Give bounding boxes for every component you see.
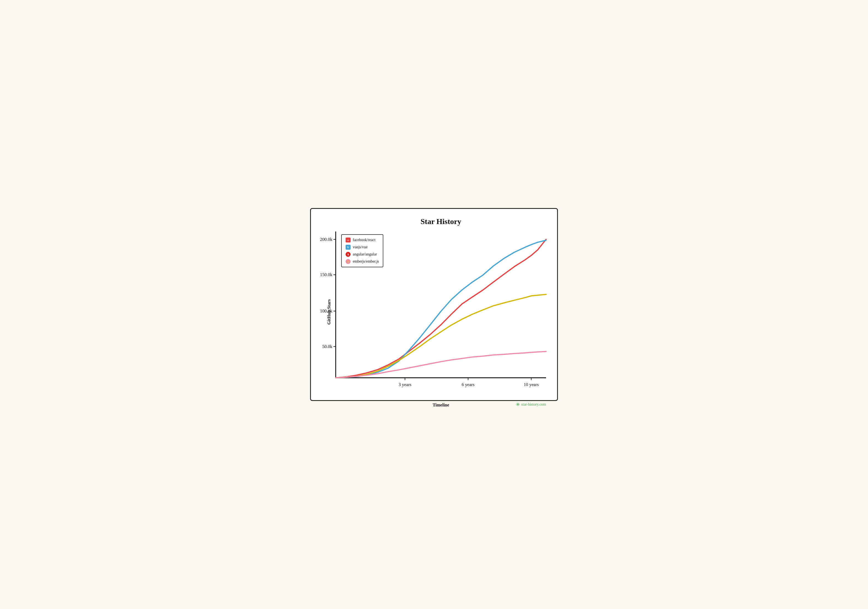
svg-text:10 years: 10 years [524, 382, 539, 387]
legend-color-ember: 🐹 [346, 259, 350, 264]
legend-color-angular: A [346, 252, 350, 257]
watermark: ✳ star-history.com [516, 401, 546, 407]
x-axis-label: Timeline [432, 402, 449, 407]
svg-text:50.0k: 50.0k [322, 343, 332, 349]
legend-item-vue: V vuejs/vue [346, 245, 379, 250]
svg-text:6 years: 6 years [462, 382, 475, 387]
chart-container: Star History GitHub Stars ∞ facebook/rea… [310, 208, 558, 401]
legend-label-react: facebook/react [353, 238, 375, 242]
legend-label-angular: angular/angular [353, 252, 377, 256]
legend-color-react: ∞ [346, 238, 350, 242]
legend-label-ember: emberjs/ember.js [353, 259, 379, 264]
legend-label-vue: vuejs/vue [353, 245, 367, 249]
watermark-text: star-history.com [521, 402, 546, 407]
angular-line [336, 294, 546, 378]
svg-text:150.0k: 150.0k [320, 272, 332, 277]
chart-area: GitHub Stars ∞ facebook/react V vuejs/vu… [336, 231, 546, 392]
svg-text:3 years: 3 years [398, 382, 411, 387]
legend-item-react: ∞ facebook/react [346, 238, 379, 242]
legend-color-vue: V [346, 245, 350, 250]
legend: ∞ facebook/react V vuejs/vue A angular/a… [341, 234, 383, 267]
star-icon: ✳ [516, 401, 520, 407]
chart-title: Star History [336, 217, 546, 226]
legend-item-angular: A angular/angular [346, 252, 379, 257]
svg-text:200.0k: 200.0k [320, 237, 332, 242]
y-axis-label: GitHub Stars [327, 299, 332, 325]
legend-item-ember: 🐹 emberjs/ember.js [346, 259, 379, 264]
